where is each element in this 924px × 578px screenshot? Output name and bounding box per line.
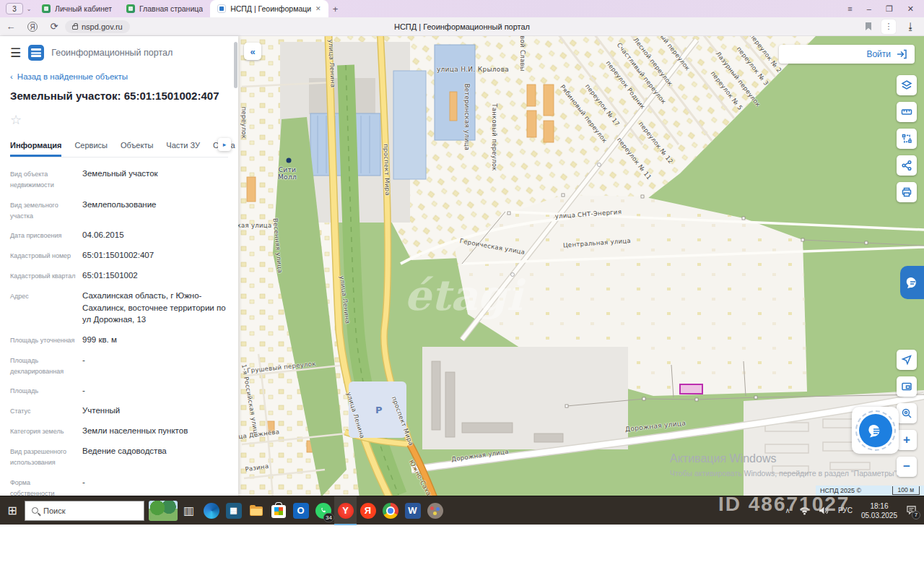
panel-tab-Части ЗУ[interactable]: Части ЗУ [166,137,200,157]
language-indicator[interactable]: РУС [838,506,853,514]
url-field[interactable]: nspd.gov.ru [65,20,130,33]
volume-icon[interactable] [819,506,829,515]
browser-menu-icon[interactable]: ≡ [847,4,852,13]
field-row: Вид объекта недвижимостиЗемельный участо… [10,168,228,191]
notification-center-button[interactable]: 7 [906,504,917,517]
feedback-chat-icon [905,275,920,290]
map-scale-bar: 100 м [892,486,920,495]
support-chat-button[interactable] [852,407,899,454]
ruler-button[interactable] [897,102,917,122]
browser-tab[interactable]: Главная страница [119,0,210,17]
search-coordinates-button[interactable] [897,403,917,423]
selected-parcel[interactable] [680,384,702,394]
field-label: Площадь декларированная [10,354,82,377]
print-button[interactable] [897,182,917,202]
field-label: Вид разрешенного использования [10,445,82,468]
taskbar-app-palette[interactable] [424,496,446,525]
panel-scrollbar[interactable] [234,42,237,88]
layers-button[interactable] [897,75,917,95]
taskbar-app-chrome[interactable] [379,496,401,525]
minimize-button[interactable]: – [867,4,871,13]
map-canvas[interactable]: P [238,36,924,496]
download-icon[interactable]: ⭳ [906,21,915,32]
bookmark-icon[interactable] [866,22,871,30]
yandex-icon: Я [360,503,376,519]
taskbar-app-explorer[interactable] [245,496,267,525]
tray-date: 05.03.2025 [861,512,897,519]
search-icon [32,507,38,514]
panel-tab-Сервисы[interactable]: Сервисы [74,137,108,157]
taskbar-search-input[interactable]: Поиск [25,501,144,521]
panel-fields: Вид объекта недвижимостиЗемельный участо… [10,168,228,496]
favorite-star-icon[interactable]: ☆ [10,112,228,128]
panel-tab-Информация[interactable]: Информация [10,137,61,157]
taskbar-app-store[interactable] [267,496,289,525]
taskbar-app-outlook[interactable]: O [289,496,312,525]
panel-tab-Объекты[interactable]: Объекты [121,137,153,157]
taskbar-app-task-view[interactable]: ▥ [178,496,200,525]
tab-title: Главная страница [139,4,203,13]
file-explorer-icon [248,503,264,519]
map-viewport[interactable]: P étagi улица Н.И. КрыловаВетеринская у [238,36,924,496]
notification-badge: 7 [912,511,920,519]
hamburger-menu-icon[interactable]: ☰ [10,46,21,61]
nspd-logo-icon [28,45,44,61]
field-row: Кадастровый квартал65:01:1501002 [10,269,228,282]
login-label: Войти [866,49,891,59]
draw-polygon-button[interactable] [897,129,917,149]
tab-close-icon[interactable]: ✕ [315,5,321,12]
word-icon: W [405,503,421,519]
start-button[interactable]: ⊞ [0,504,25,517]
tray-time: 18:16 [870,502,888,510]
clock[interactable]: 18:16 05.03.2025 [861,501,897,520]
browser-tab[interactable]: Личный кабинет [35,0,119,17]
taskbar-app-calculator[interactable]: ▦ [222,496,245,525]
hidden-icons-chevron[interactable]: ∧ [785,506,790,514]
panel-tabs: ИнформацияСервисыОбъектыЧасти ЗУСоста▸ [10,137,228,158]
lock-icon [72,25,78,30]
field-value: Ведение садоводства [82,445,228,468]
screen: 3 ⌄ Личный кабинетГлавная страницаНСПД |… [0,0,924,578]
taskbar-app-word[interactable]: W [401,496,424,525]
back-icon[interactable]: ← [0,21,22,32]
weather-widget[interactable] [149,501,178,521]
field-label: Категория земель [10,425,82,437]
taskbar-app-whatsapp[interactable]: 34 [312,496,334,525]
field-row: СтатусУчтенный [10,405,228,417]
refresh-icon[interactable]: ⟳ [43,21,65,32]
locate-button[interactable] [897,350,917,370]
collapse-panel-button[interactable]: « [244,43,261,60]
bottom-whitespace [0,525,924,578]
taskbar-app-edge[interactable] [200,496,222,525]
back-to-results-link[interactable]: ‹ Назад в найденные объекты [10,72,228,81]
yandex-browser-icon: Y [338,503,354,519]
tab-favicon [42,4,51,13]
taskbar-app-yandex[interactable]: Я [357,496,379,525]
browser-profile-icon[interactable]: Я [27,22,38,32]
map-attribution: НСПД 2025 © 100 м [816,486,924,496]
new-tab-button[interactable]: + [328,4,343,14]
outlook-icon: O [293,503,309,519]
zoom-in-button[interactable]: + [897,430,917,450]
login-bar[interactable]: Войти [779,45,915,64]
close-button[interactable]: ✕ [907,4,914,14]
tab-title: НСПД | Геоинформаци [230,4,311,13]
zoom-out-button[interactable]: − [897,457,917,477]
overview-map-button[interactable] [897,376,917,397]
page-title: НСПД | Геоинформационный портал [394,17,530,36]
palette-icon [427,503,443,519]
browser-tabbar: 3 ⌄ Личный кабинетГлавная страницаНСПД |… [0,0,924,17]
restore-button[interactable]: ❐ [886,4,893,14]
field-row: АдресСахалинская область, г Южно-Сахалин… [10,290,228,326]
layers-icon [901,79,912,91]
taskbar-app-yandex-browser[interactable]: Y [334,496,357,525]
tabs-scroll-arrow[interactable]: ▸ [218,138,231,151]
tab-list-chevron-icon[interactable]: ⌄ [23,6,35,12]
feedback-tab-button[interactable] [900,266,924,299]
browser-tab[interactable]: НСПД | Геоинформаци✕ [210,0,328,17]
kebab-menu-icon[interactable]: ⋮ [881,20,896,34]
field-label: Дата присвоения [10,229,82,241]
wifi-icon[interactable] [799,506,810,515]
tab-counter[interactable]: 3 [6,3,23,14]
share-button[interactable] [897,155,917,176]
